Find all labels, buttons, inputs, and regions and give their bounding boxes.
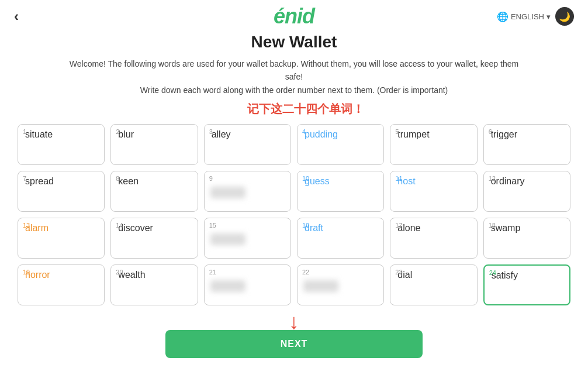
language-label: ENGLISH: [511, 12, 544, 21]
word-card-23: 23dial: [390, 264, 477, 305]
logo: énid: [274, 4, 314, 29]
word-text-22: [303, 280, 338, 292]
word-card-10: 10guess: [297, 171, 384, 212]
word-num-14: 14: [116, 222, 123, 229]
chevron-down-icon: ▾: [547, 12, 551, 21]
word-text-5: trumpet: [396, 129, 429, 139]
word-num-15: 15: [209, 222, 216, 229]
word-card-5: 5trumpet: [390, 124, 477, 165]
word-card-14: 14discover: [110, 218, 198, 259]
word-num-22: 22: [302, 269, 309, 276]
back-button[interactable]: ‹: [14, 9, 19, 23]
word-card-17: 17alone: [390, 218, 477, 259]
word-num-2: 2: [116, 128, 119, 135]
header-right: 🌐 ENGLISH ▾ 🌙: [497, 7, 574, 26]
word-card-7: 7spread: [18, 171, 105, 212]
word-card-4: 4pudding: [297, 124, 384, 165]
word-num-9: 9: [209, 175, 213, 182]
logo-text: énid: [274, 4, 314, 28]
word-card-3: 3alley: [204, 124, 291, 165]
word-card-12: 12ordinary: [483, 171, 570, 212]
word-card-11: 11host: [390, 171, 477, 212]
word-num-13: 13: [23, 222, 30, 229]
word-card-6: 6trigger: [483, 124, 570, 165]
word-card-13: 13alarm: [18, 218, 105, 259]
word-num-8: 8: [116, 175, 119, 182]
page-title: New Wallet: [0, 33, 588, 51]
word-card-15: 15: [204, 218, 291, 259]
word-num-20: 20: [116, 269, 123, 276]
word-num-16: 16: [302, 222, 309, 229]
next-button[interactable]: NEXT: [165, 330, 423, 358]
word-card-2: 2blur: [110, 124, 198, 165]
word-text-15: [210, 233, 245, 245]
words-grid: 1situate2blur3alley4pudding5trumpet6trig…: [0, 124, 588, 305]
word-num-10: 10: [302, 175, 309, 182]
word-card-8: 8keen: [110, 171, 198, 212]
word-text-2: blur: [117, 129, 134, 139]
word-text-21: [210, 280, 245, 292]
word-num-23: 23: [395, 269, 402, 276]
arrow-indicator: ↓: [289, 311, 299, 332]
word-num-21: 21: [209, 269, 216, 276]
word-card-19: 19horror: [18, 264, 105, 305]
word-num-5: 5: [395, 128, 399, 135]
word-num-4: 4: [302, 128, 306, 135]
word-text-3: alley: [210, 129, 231, 139]
word-num-7: 7: [23, 175, 26, 182]
word-num-19: 19: [23, 269, 30, 276]
word-card-18: 18swamp: [483, 218, 570, 259]
word-card-9: 9: [204, 171, 291, 212]
word-num-18: 18: [489, 222, 496, 229]
translate-icon: 🌐: [497, 11, 509, 22]
word-card-21: 21: [204, 264, 291, 305]
word-card-24: 24satisfy: [483, 264, 570, 305]
word-text-9: [210, 187, 245, 198]
word-num-24: 24: [489, 269, 496, 276]
description-line2: Write down each word along with the orde…: [60, 84, 528, 97]
theme-toggle-button[interactable]: 🌙: [555, 7, 574, 26]
word-card-16: 16draft: [297, 218, 384, 259]
word-text-1: situate: [24, 129, 53, 139]
word-text-4: pudding: [303, 129, 338, 139]
word-num-6: 6: [489, 128, 492, 135]
word-text-6: trigger: [490, 129, 517, 139]
instruction-text: 记下这二十四个单词！: [23, 101, 588, 117]
language-selector[interactable]: 🌐 ENGLISH ▾: [497, 11, 551, 22]
word-card-20: 20wealth: [110, 264, 198, 305]
word-text-8: keen: [117, 176, 139, 186]
theme-icon: 🌙: [559, 11, 570, 22]
description-line1: Welcome! The following words are used fo…: [60, 57, 528, 84]
word-card-1: 1situate: [18, 124, 105, 165]
word-num-12: 12: [489, 175, 496, 182]
word-num-1: 1: [23, 128, 26, 135]
word-num-3: 3: [209, 128, 213, 135]
word-text-7: spread: [24, 176, 54, 186]
word-num-17: 17: [395, 222, 402, 229]
header: ‹ énid 🌐 ENGLISH ▾ 🌙: [0, 0, 588, 26]
description: Welcome! The following words are used fo…: [60, 57, 528, 97]
next-button-container: ↓ NEXT: [0, 311, 588, 358]
word-card-22: 22: [297, 264, 384, 305]
word-num-11: 11: [395, 175, 402, 182]
